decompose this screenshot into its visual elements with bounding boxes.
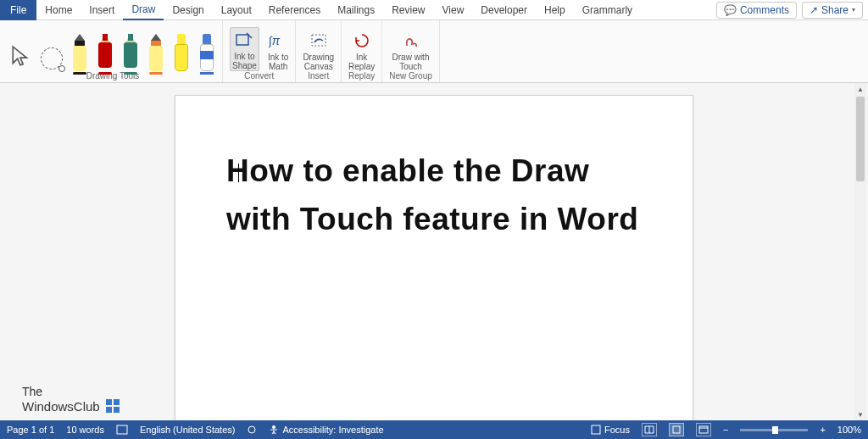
ink-to-shape-icon [234,30,254,50]
svg-point-9 [272,425,275,429]
record-icon [247,425,257,435]
highlighter-icon [173,34,190,71]
status-focus[interactable]: Focus [591,425,630,435]
share-button[interactable]: ↗ Share ▾ [802,2,863,19]
lasso-tool[interactable] [41,27,63,71]
ink-to-shape-button[interactable]: Ink to Shape [230,27,259,71]
text-cursor [238,164,239,182]
scroll-up-icon[interactable]: ▲ [854,83,866,95]
pencil-icon [97,34,114,71]
highlighter-yellow[interactable] [173,27,190,71]
tab-view[interactable]: View [434,0,473,20]
read-icon [644,425,654,434]
tab-review[interactable]: Review [383,0,433,20]
highlighter-icon [198,34,215,71]
tab-insert[interactable]: Insert [81,0,123,20]
tab-file[interactable]: File [0,0,36,20]
print-layout-icon [671,425,682,434]
highlighter-blue[interactable] [198,27,215,71]
windows-icon [105,398,120,414]
pen-icon [71,34,88,71]
focus-icon [591,425,601,435]
draw-with-touch-icon [401,31,421,51]
ink-replay-icon [352,31,372,51]
spellcheck-icon [116,424,128,436]
view-print-layout[interactable] [669,423,684,436]
scroll-down-icon[interactable]: ▼ [854,408,866,420]
group-label-insert: Insert [308,71,329,82]
svg-rect-5 [106,407,112,413]
select-tool[interactable] [10,27,32,71]
svg-rect-10 [592,425,600,434]
status-spellcheck[interactable] [116,424,128,436]
drawing-canvas-button[interactable]: Drawing Canvas [303,27,334,71]
comment-icon: 💬 [724,4,737,16]
status-accessibility[interactable]: Accessibility: Investigate [269,425,383,435]
group-label-new-group: New Group [389,71,432,82]
page-canvas[interactable]: How to enable the Draw with Touch featur… [175,95,693,420]
tab-draw[interactable]: Draw [123,0,164,20]
pen-red[interactable] [97,27,114,71]
ink-replay-button[interactable]: Ink Replay [348,27,375,71]
svg-rect-0 [236,35,248,45]
share-icon: ↗ [810,4,818,16]
tab-grammarly[interactable]: Grammarly [574,0,641,20]
accessibility-icon [269,425,279,435]
ink-to-math-icon: ∫π [268,31,288,51]
drawing-canvas-icon [309,31,329,51]
zoom-percent[interactable]: 100% [837,425,861,435]
document-heading: How to enable the Draw with Touch featur… [226,147,642,244]
status-macro[interactable] [247,425,257,435]
zoom-out[interactable]: − [723,425,728,435]
ink-replay-label: Ink Replay [348,53,375,71]
ink-to-math-button[interactable]: ∫π Ink to Math [268,27,288,71]
status-language[interactable]: English (United States) [140,425,236,435]
zoom-in[interactable]: + [820,425,825,435]
tab-developer[interactable]: Developer [472,0,536,20]
vertical-scrollbar[interactable]: ▲ ▼ [854,83,866,420]
svg-rect-11 [673,426,680,433]
tab-home[interactable]: Home [36,0,81,20]
drawing-canvas-label: Drawing Canvas [303,53,334,71]
view-web-layout[interactable] [696,423,711,436]
tab-help[interactable]: Help [536,0,574,20]
lasso-icon [41,47,63,69]
draw-with-touch-button[interactable]: Draw with Touch [392,27,430,71]
pen-teal[interactable] [122,27,139,71]
status-page[interactable]: Page 1 of 1 [7,425,54,435]
pen-icon [147,34,164,71]
pen-orange[interactable] [147,27,164,71]
tab-layout[interactable]: Layout [213,0,260,20]
share-label: Share [821,4,849,16]
tab-references[interactable]: References [260,0,329,20]
draw-with-touch-label: Draw with Touch [392,53,430,71]
watermark-logo: The WindowsClub [22,385,120,414]
chevron-down-icon: ▾ [852,6,855,14]
pen-black[interactable] [71,27,88,71]
view-read-mode[interactable] [642,423,657,436]
zoom-slider[interactable] [740,429,808,431]
svg-rect-2 [312,35,326,46]
comments-button[interactable]: 💬 Comments [716,2,797,19]
pencil-icon [122,34,139,71]
web-layout-icon [698,425,709,434]
svg-point-8 [248,426,255,433]
svg-rect-12 [699,426,708,433]
cursor-icon [10,44,32,71]
ink-to-math-label: Ink to Math [268,53,288,71]
group-label-convert: Convert [244,71,274,82]
ink-to-shape-label: Ink to Shape [232,52,257,70]
comments-label: Comments [740,4,789,16]
group-label-replay: Replay [348,71,375,82]
svg-rect-3 [106,399,112,405]
svg-rect-6 [114,407,120,413]
tab-design[interactable]: Design [164,0,212,20]
svg-rect-7 [117,425,127,434]
svg-rect-4 [114,399,120,405]
status-words[interactable]: 10 words [66,425,104,435]
svg-text:∫π: ∫π [269,34,281,48]
tab-mailings[interactable]: Mailings [329,0,383,20]
scroll-thumb[interactable] [856,97,865,181]
document-area[interactable]: How to enable the Draw with Touch featur… [0,83,868,420]
